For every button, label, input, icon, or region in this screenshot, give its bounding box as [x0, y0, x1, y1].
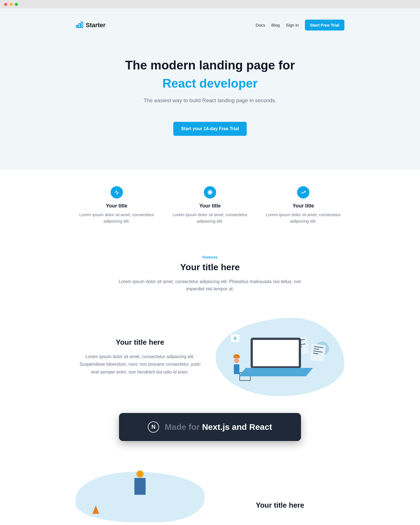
feature-text: Your title here Lorem ipsum dolor sit am… [76, 338, 204, 376]
top-nav: Starter Docs Blog Sign in Start Free Tri… [76, 17, 344, 33]
section-title: Your title here [76, 262, 344, 272]
feature-block-title: Your title here [76, 338, 204, 347]
svg-rect-1 [79, 24, 80, 27]
feature-row-2: $ Your title here [76, 449, 344, 525]
feature-block-desc: Lorem ipsum dolor sit amet, consectetur … [76, 353, 204, 376]
feature-card: Your title Lorem ipsum dolor sit amet, c… [76, 186, 158, 224]
trend-icon [297, 186, 309, 199]
logo[interactable]: Starter [76, 21, 106, 30]
banner-highlight: Next.js and React [202, 422, 272, 431]
feature-row: Your title here Lorem ipsum dolor sit am… [76, 301, 344, 405]
svg-rect-0 [76, 25, 78, 27]
laptop-icon [251, 338, 309, 376]
feature-block-2-title: Your title here [216, 479, 344, 510]
logo-icon [76, 21, 83, 30]
hero-subtitle: The easiest way to build React landing p… [76, 97, 344, 104]
hero-title: The modern landing page for React develo… [76, 57, 344, 91]
atom-icon [204, 186, 216, 199]
feature-title: Your title [169, 203, 251, 209]
coin-icon: $ [136, 470, 144, 478]
hero-content: The modern landing page for React develo… [76, 33, 344, 136]
illustration-finance: $ [76, 472, 204, 522]
framework-banner: N Made for Next.js and React [119, 413, 301, 441]
feature-card: Your title Lorem ipsum dolor sit amet, c… [169, 186, 251, 224]
megaphone-icon [92, 505, 99, 514]
section-header: Features Your title here Lorem ipsum dol… [76, 241, 344, 301]
nav-link-blog[interactable]: Blog [271, 23, 280, 27]
document-icon [310, 343, 326, 362]
feature-title: Your title [262, 203, 344, 209]
price-bubble-icon: $ [231, 335, 239, 342]
nav-link-docs[interactable]: Docs [256, 23, 265, 27]
feature-desc: Lorem ipsum dolor sit amet, consectetur … [169, 212, 251, 224]
svg-rect-2 [81, 22, 83, 27]
hero-title-line1: The modern landing page for [125, 58, 295, 72]
window-close-icon[interactable] [4, 3, 7, 6]
start-trial-button[interactable]: Start Free Trial [305, 20, 344, 31]
features-row: Your title Lorem ipsum dolor sit amet, c… [0, 169, 420, 241]
hero-section: Starter Docs Blog Sign in Start Free Tri… [0, 8, 420, 169]
pillar-icon [134, 478, 146, 495]
hero-cta-button[interactable]: Start your 14-day Free Trial [173, 122, 247, 136]
window-maximize-icon[interactable] [15, 3, 18, 6]
pulse-icon [111, 186, 123, 199]
nextjs-icon: N [148, 421, 159, 433]
hero-title-accent: React developer [76, 75, 344, 91]
illustration-ecommerce: $ [216, 318, 344, 396]
window-chrome [0, 0, 420, 8]
feature-desc: Lorem ipsum dolor sit amet, consectetur … [76, 212, 158, 224]
banner-prefix: Made for [165, 422, 202, 431]
nav-links: Docs Blog Sign in Start Free Trial [256, 20, 344, 31]
section-eyebrow: Features [76, 255, 344, 259]
feature-text-2: Your title here [216, 479, 344, 510]
feature-title: Your title [76, 203, 158, 209]
section-subtitle: Lorem ipsum dolor sit amet, consectetur … [112, 278, 308, 292]
nav-link-signin[interactable]: Sign in [286, 23, 299, 27]
feature-card: Your title Lorem ipsum dolor sit amet, c… [262, 186, 344, 224]
feature-desc: Lorem ipsum dolor sit amet, consectetur … [262, 212, 344, 224]
window-minimize-icon[interactable] [10, 3, 13, 6]
svg-point-3 [209, 192, 210, 193]
banner-text: Made for Next.js and React [165, 422, 272, 432]
logo-text: Starter [86, 22, 106, 29]
